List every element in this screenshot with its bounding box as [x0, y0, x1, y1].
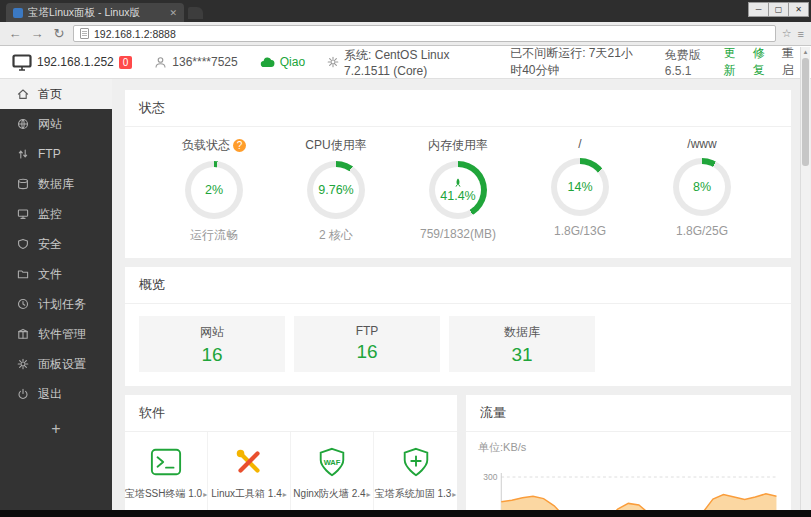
header-actions: 免费版 6.5.1 更新 修复 重启	[665, 45, 799, 79]
gauge-value: 9.76%	[318, 183, 353, 197]
gauge-donut: 41.4%	[429, 161, 487, 219]
folder-icon	[17, 268, 29, 280]
tab-close-icon[interactable]: ✕	[169, 8, 177, 18]
gauge-sub: 759/1832(MB)	[403, 227, 513, 241]
overview-ftp[interactable]: FTP 16	[294, 316, 440, 372]
sidebar-expand-button[interactable]: +	[0, 420, 112, 438]
gauge-label: /	[525, 137, 635, 151]
gear-icon	[327, 56, 339, 68]
sidebar-item-files[interactable]: 文件	[0, 259, 112, 289]
status-card: 状态 负载状态? 2% 运行流畅 CPU使用率 9.76% 2 核心	[125, 90, 791, 258]
panel-header: 192.168.1.252 0 136****7525 Qiao 系统: Cen…	[0, 46, 811, 79]
overview-label: 数据库	[449, 324, 595, 341]
server-ip: 192.168.1.252	[37, 55, 114, 69]
sidebar-item-database[interactable]: 数据库	[0, 169, 112, 199]
package-icon	[17, 328, 29, 340]
globe-icon	[17, 118, 29, 130]
software-tile-system-hardening[interactable]: 宝塔系统加固 1.3▸	[374, 432, 457, 516]
home-icon	[17, 88, 29, 100]
overview-sites[interactable]: 网站 16	[139, 316, 285, 372]
traffic-card-title: 流量	[466, 395, 791, 432]
user-icon	[154, 56, 167, 69]
bound-phone: 136****7525	[154, 55, 237, 69]
gauge-disk-root: / 14% 1.8G/13G	[525, 137, 635, 244]
sidebar-item-security[interactable]: 安全	[0, 229, 112, 259]
sidebar-item-label: 文件	[38, 266, 62, 283]
back-icon[interactable]: ←	[7, 27, 23, 40]
sidebar-item-home[interactable]: 首页	[0, 79, 112, 109]
repair-button[interactable]: 修复	[753, 45, 770, 79]
overview-value: 31	[449, 344, 595, 366]
gauge-value: 2%	[205, 183, 223, 197]
minimize-icon[interactable]: ─	[748, 2, 769, 17]
maximize-icon[interactable]: ▢	[768, 2, 789, 17]
waf-firewall-icon: WAF	[316, 446, 348, 478]
gear-icon	[17, 358, 29, 370]
refresh-icon[interactable]: ↻	[51, 27, 67, 40]
sidebar-item-cron[interactable]: 计划任务	[0, 289, 112, 319]
version-label: 免费版 6.5.1	[665, 47, 712, 78]
browser-addressbar: ← → ↻ 192.168.1.2:8888 ☆ ≡	[0, 22, 811, 46]
software-card-title: 软件	[125, 395, 457, 432]
gauge-donut: 14%	[551, 158, 609, 216]
software-tile-linux-toolbox[interactable]: Linux工具箱 1.4▸	[208, 432, 291, 516]
sidebar-item-ftp[interactable]: FTP	[0, 139, 112, 169]
gauge-sub: 1.8G/13G	[525, 224, 635, 238]
browser-tab[interactable]: 宝塔Linux面板 - Linux版 ✕	[6, 3, 184, 22]
overview-value: 16	[139, 344, 285, 366]
rocket-icon[interactable]	[453, 178, 463, 188]
sidebar-item-websites[interactable]: 网站	[0, 109, 112, 139]
gauge-sub: 2 核心	[281, 227, 391, 244]
software-grid: 宝塔SSH终端 1.0▸ Linux工具箱 1.4▸ WAF Nginx防火墙 …	[125, 432, 457, 517]
message-count-badge[interactable]: 0	[119, 56, 133, 69]
update-button[interactable]: 更新	[724, 45, 741, 79]
url-text: 192.168.1.2:8888	[94, 28, 176, 40]
close-icon[interactable]: ✕	[788, 2, 809, 17]
traffic-card: 流量 单位:KB/s 300 200 100	[466, 395, 791, 517]
overview-databases[interactable]: 数据库 31	[449, 316, 595, 372]
monitor-icon	[17, 208, 29, 220]
sidebar-item-monitor[interactable]: 监控	[0, 199, 112, 229]
server-identity: 192.168.1.252 0	[12, 54, 132, 71]
software-tile-label: Linux工具箱 1.4	[211, 488, 282, 499]
traffic-chart: 300 200 100	[473, 457, 784, 517]
gauge-donut: 9.76%	[307, 161, 365, 219]
new-tab-button[interactable]	[188, 7, 203, 19]
vertical-scrollbar[interactable]: ▴	[800, 47, 810, 510]
sidebar: 首页 网站 FTP 数据库 监控 安全 文件 计划任务	[0, 79, 112, 517]
forward-icon[interactable]: →	[29, 27, 45, 40]
scrollbar-thumb[interactable]	[802, 58, 809, 166]
account[interactable]: Qiao	[260, 55, 305, 69]
app-body: 首页 网站 FTP 数据库 监控 安全 文件 计划任务	[0, 79, 811, 517]
address-field[interactable]: 192.168.1.2:8888	[73, 25, 776, 42]
bookmark-star-icon[interactable]: ☆	[782, 27, 792, 40]
software-tile-nginx-waf[interactable]: WAF Nginx防火墙 2.4▸	[291, 432, 374, 516]
sidebar-item-label: 监控	[38, 206, 62, 223]
restart-button[interactable]: 重启	[782, 45, 799, 79]
browser-titlebar: 宝塔Linux面板 - Linux版 ✕ ─ ▢ ✕	[0, 0, 811, 22]
sidebar-item-label: 计划任务	[38, 296, 86, 313]
browser-menu-icon[interactable]: ≡	[798, 28, 804, 40]
gauge-value: 8%	[693, 180, 711, 194]
bottom-row: 软件 宝塔SSH终端 1.0▸ Linux工具箱 1.4▸ WAF Nginx防…	[125, 395, 791, 517]
svg-text:WAF: WAF	[324, 458, 341, 467]
sidebar-item-logout[interactable]: 退出	[0, 379, 112, 409]
gauge-donut: 2%	[185, 161, 243, 219]
status-card-title: 状态	[125, 90, 791, 127]
uptime-text: 已不间断运行: 7天21小时40分钟	[510, 45, 643, 79]
gauge-memory: 内存使用率 41.4% 759/1832(MB)	[403, 137, 513, 244]
help-icon[interactable]: ?	[233, 139, 246, 152]
sidebar-item-settings[interactable]: 面板设置	[0, 349, 112, 379]
chevron-right-icon: ▸	[203, 490, 207, 499]
overview-label: 网站	[139, 324, 285, 341]
gauge-disk-www: /www 8% 1.8G/25G	[647, 137, 757, 244]
overview-label: FTP	[294, 324, 440, 338]
phone-number: 136****7525	[172, 55, 237, 69]
scroll-up-icon[interactable]: ▴	[801, 47, 810, 56]
gauge-label: 内存使用率	[403, 137, 513, 154]
sidebar-item-software[interactable]: 软件管理	[0, 319, 112, 349]
software-tile-ssh-terminal[interactable]: 宝塔SSH终端 1.0▸	[125, 432, 208, 516]
shield-plus-icon	[400, 446, 432, 478]
linux-toolbox-icon	[233, 446, 265, 478]
gauge-sub: 1.8G/25G	[647, 224, 757, 238]
